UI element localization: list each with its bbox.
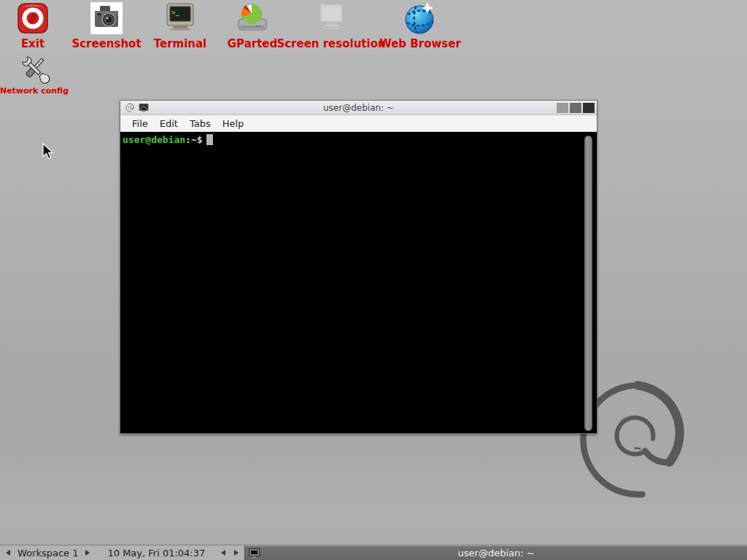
minimize-button[interactable] [557, 103, 568, 113]
right-arrow-icon [85, 550, 90, 556]
window-title: user@debian: ~ [120, 103, 597, 113]
terminal-cursor [206, 134, 213, 145]
taskbar: Workspace 1 10 May, Fri 01:04:37 user@de… [0, 545, 747, 560]
desktop-icon-label: Screen resolution [276, 38, 385, 50]
menu-help[interactable]: Help [217, 117, 250, 131]
desktop-icon-label: GParted [228, 38, 278, 50]
desktop-icon-label: Terminal [154, 38, 207, 50]
menu-file[interactable]: File [126, 117, 154, 131]
camera-icon [90, 1, 123, 35]
shell-prompt: user@debian:~$ [123, 134, 213, 145]
globe-icon [403, 1, 437, 35]
workspace-prev-button[interactable] [3, 545, 13, 560]
desktop-icon-label: Web Browser [379, 38, 461, 50]
prompt-user-host: user@debian [123, 134, 185, 145]
svg-text:>_: >_ [171, 9, 179, 16]
terminal-scrollbar[interactable] [584, 136, 592, 431]
desktop-icon-label: Network config [0, 87, 69, 96]
desktop-icon-label: Screenshot [71, 38, 141, 50]
desktop-icon-screen-resolution[interactable]: Screen resolution [284, 1, 379, 50]
power-icon [16, 1, 50, 35]
disk-partition-icon [236, 1, 269, 35]
maximize-button[interactable] [570, 103, 581, 113]
desktop-icon-web-browser[interactable]: Web Browser [373, 1, 468, 50]
terminal-content[interactable]: user@debian:~$ [120, 132, 597, 433]
mouse-cursor [42, 143, 55, 160]
close-button[interactable] [583, 103, 595, 113]
menu-edit[interactable]: Edit [154, 117, 184, 131]
task-button-terminal[interactable]: user@debian: ~ [244, 545, 747, 560]
terminal-crt-icon: >_ [163, 1, 197, 35]
monitor-icon [314, 1, 348, 35]
left-arrow-icon [221, 550, 225, 556]
tasklist-prev-button[interactable] [218, 545, 228, 560]
menu-tabs[interactable]: Tabs [184, 117, 217, 131]
desktop-icon-label: Exit [21, 38, 44, 50]
tasklist-next-button[interactable] [231, 545, 241, 560]
workspace-label[interactable]: Workspace 1 [13, 548, 82, 559]
window-menubar: File Edit Tabs Help [120, 115, 597, 132]
window-controls [557, 103, 595, 113]
titlebar-icons [122, 103, 149, 112]
window-monitor-icon [248, 548, 260, 559]
taskbar-clock: 10 May, Fri 01:04:37 [96, 545, 215, 560]
right-arrow-icon [234, 550, 239, 556]
workspace-switcher: Workspace 1 [0, 545, 96, 560]
debian-desktop: { "desktop": { "icons": [ { "name": "exi… [0, 0, 747, 560]
left-arrow-icon [6, 550, 10, 556]
terminal-mini-icon [139, 104, 149, 112]
debian-swirl-icon [125, 103, 135, 112]
terminal-window: user@debian: ~ File Edit Tabs Help user@… [120, 100, 597, 434]
workspace-next-button[interactable] [82, 545, 93, 560]
window-titlebar[interactable]: user@debian: ~ [120, 101, 597, 115]
tasklist-pager [215, 545, 244, 560]
task-button-label: user@debian: ~ [245, 548, 747, 559]
tools-icon [18, 52, 50, 85]
prompt-path: :~$ [185, 134, 202, 145]
desktop-icon-network-config[interactable]: Network config [0, 52, 82, 96]
